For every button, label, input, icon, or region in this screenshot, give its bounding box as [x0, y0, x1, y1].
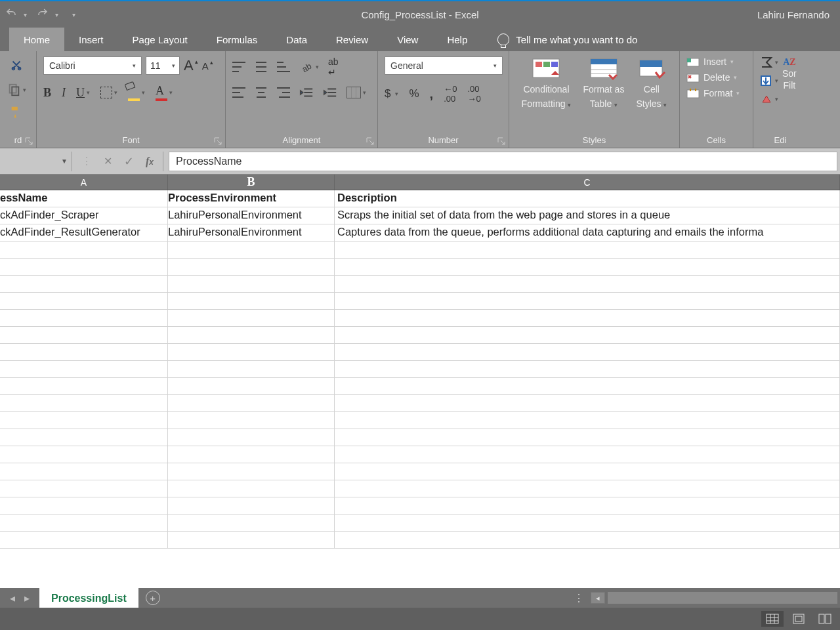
sheet-tab-active[interactable]: ProcessingList	[39, 588, 138, 608]
table-row[interactable]	[0, 310, 840, 327]
redo-button[interactable]	[37, 7, 49, 22]
decrease-decimal-icon[interactable]: .00→0	[467, 84, 480, 104]
font-size-combo[interactable]: 11▾	[146, 56, 180, 75]
cell[interactable]: Scraps the initial set of data from the …	[335, 207, 840, 224]
delete-cells-button[interactable]: Delete▾	[686, 72, 740, 83]
sheet-nav-next-icon[interactable]: ▸	[24, 592, 30, 604]
bold-button[interactable]: B	[43, 86, 51, 100]
increase-font-icon[interactable]: A▴	[184, 57, 198, 74]
view-normal-icon[interactable]	[761, 611, 784, 627]
table-row[interactable]	[0, 514, 840, 532]
format-cells-button[interactable]: Format▾	[686, 88, 740, 98]
align-center-icon[interactable]	[255, 87, 268, 98]
merge-center-icon[interactable]: ▾	[346, 87, 366, 98]
font-color-button[interactable]: A▾	[156, 84, 173, 101]
table-row[interactable]	[0, 412, 840, 429]
table-row[interactable]: ckAdFinder_ResultGenerator LahiruPersona…	[0, 224, 840, 242]
enter-formula-icon[interactable]: ✓	[124, 154, 134, 169]
formula-input[interactable]: ProcessName	[169, 152, 837, 171]
table-row[interactable]: essName ProcessEnvironment Description	[0, 190, 840, 207]
cell[interactable]: LahiruPersonalEnvironment	[168, 224, 335, 241]
clear-icon[interactable]: ▾	[760, 93, 778, 105]
font-name-combo[interactable]: Calibri▾	[43, 56, 142, 75]
cell[interactable]: ckAdFinder_ResultGenerator	[0, 224, 168, 241]
sheet-bar-split-icon[interactable]: ⋮	[567, 592, 591, 604]
table-row[interactable]	[0, 276, 840, 293]
font-launcher-icon[interactable]	[213, 136, 222, 146]
undo-dropdown[interactable]: ▾	[24, 11, 30, 18]
underline-button[interactable]: U▾	[76, 86, 90, 100]
decrease-font-icon[interactable]: A▴	[202, 60, 213, 72]
autosum-icon[interactable]: ▾	[760, 56, 778, 68]
increase-indent-icon[interactable]	[323, 87, 337, 98]
cut-icon[interactable]	[9, 58, 24, 75]
col-header-b[interactable]: B	[168, 175, 335, 190]
undo-button[interactable]	[5, 7, 17, 22]
tab-home[interactable]: Home	[9, 28, 64, 51]
comma-format-icon[interactable]: ,	[430, 87, 434, 102]
table-row[interactable]	[0, 429, 840, 446]
table-row[interactable]	[0, 497, 840, 514]
tab-help[interactable]: Help	[432, 28, 482, 51]
name-box-split-icon[interactable]: ⋮	[81, 155, 92, 167]
table-row[interactable]	[0, 395, 840, 412]
align-left-icon[interactable]	[232, 87, 245, 98]
tab-page-layout[interactable]: Page Layout	[118, 28, 202, 51]
decrease-indent-icon[interactable]	[299, 87, 314, 98]
table-row[interactable]	[0, 463, 840, 480]
format-as-table-button[interactable]: Format as Table ▾	[583, 56, 624, 109]
name-box[interactable]: ▼	[0, 152, 72, 171]
alignment-launcher-icon[interactable]	[366, 136, 375, 146]
fill-color-button[interactable]: A▾	[128, 84, 145, 101]
cancel-formula-icon[interactable]: ✕	[104, 155, 112, 167]
sheet-nav-prev-icon[interactable]: ◂	[10, 592, 15, 604]
table-row[interactable]	[0, 480, 840, 497]
qat-customize[interactable]: ▾	[72, 11, 79, 18]
tab-insert[interactable]: Insert	[64, 28, 118, 51]
table-row[interactable]: ckAdFinder_Scraper LahiruPersonalEnviron…	[0, 207, 840, 224]
cell[interactable]: Captures data from the queue, performs a…	[335, 224, 840, 241]
table-row[interactable]	[0, 378, 840, 395]
insert-cells-button[interactable]: Insert▾	[686, 56, 740, 67]
copy-icon[interactable]: ▾	[7, 83, 26, 97]
account-name[interactable]: Lahiru Fernando	[757, 9, 830, 20]
col-header-a[interactable]: A	[0, 175, 168, 190]
table-row[interactable]	[0, 259, 840, 276]
format-painter-icon[interactable]	[9, 105, 24, 122]
spreadsheet-grid[interactable]: essName ProcessEnvironment Description c…	[0, 190, 840, 549]
increase-decimal-icon[interactable]: ←0.00	[444, 84, 457, 104]
tell-me-search[interactable]: Tell me what you want to do	[482, 28, 637, 51]
redo-dropdown[interactable]: ▾	[55, 11, 62, 18]
new-sheet-button[interactable]: +	[138, 591, 167, 605]
cell-styles-button[interactable]: Cell Styles ▾	[636, 56, 667, 109]
clipboard-launcher-icon[interactable]	[24, 136, 33, 146]
hscroll-left-icon[interactable]: ◂	[591, 592, 605, 604]
italic-button[interactable]: I	[62, 86, 66, 100]
border-button[interactable]: ▾	[100, 87, 117, 98]
align-bottom-icon[interactable]	[277, 62, 290, 72]
table-row[interactable]	[0, 344, 840, 361]
cell[interactable]: LahiruPersonalEnvironment	[168, 207, 335, 224]
cell[interactable]: ProcessEnvironment	[168, 190, 335, 207]
view-page-break-icon[interactable]	[814, 611, 836, 627]
accounting-format-icon[interactable]: $▾	[385, 87, 398, 100]
table-row[interactable]	[0, 327, 840, 344]
table-row[interactable]	[0, 293, 840, 310]
number-launcher-icon[interactable]	[497, 136, 506, 146]
conditional-formatting-button[interactable]: Conditional Formatting ▾	[522, 56, 572, 109]
col-header-c[interactable]: C	[335, 175, 840, 190]
insert-function-icon[interactable]: fx	[146, 156, 154, 167]
tab-view[interactable]: View	[383, 28, 432, 51]
align-middle-icon[interactable]	[255, 62, 268, 72]
wrap-text-icon[interactable]: ab↵	[328, 56, 339, 77]
view-page-layout-icon[interactable]	[788, 611, 810, 627]
tab-data[interactable]: Data	[272, 28, 322, 51]
table-row[interactable]	[0, 361, 840, 378]
tab-review[interactable]: Review	[322, 28, 383, 51]
align-top-icon[interactable]	[232, 62, 245, 72]
tab-formulas[interactable]: Formulas	[202, 28, 272, 51]
hscroll-track[interactable]	[608, 592, 837, 604]
table-row[interactable]	[0, 242, 840, 259]
sort-filter-button[interactable]: AZ Sor Filt	[782, 56, 797, 91]
table-row[interactable]	[0, 532, 840, 549]
